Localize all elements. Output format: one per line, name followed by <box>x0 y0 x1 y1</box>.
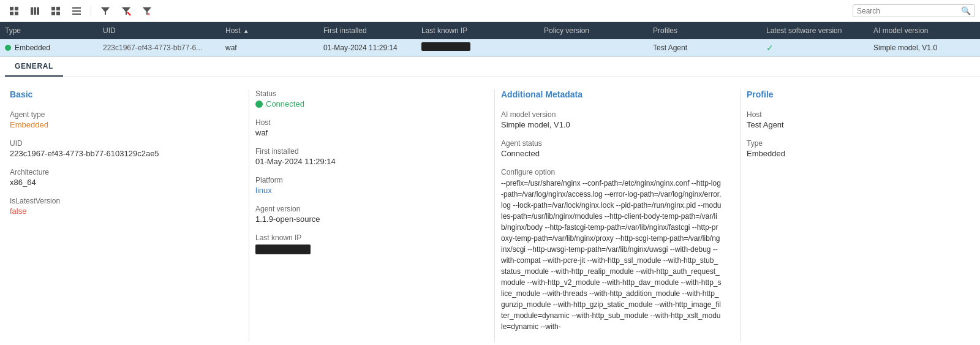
field-platform: Platform linux <box>255 176 476 195</box>
field-profile-host: Host Test Agent <box>747 110 894 129</box>
status-dot-green <box>5 45 11 51</box>
svg-rect-9 <box>51 12 55 15</box>
platform-label: Platform <box>255 176 476 184</box>
svg-rect-10 <box>56 12 60 15</box>
svg-rect-7 <box>51 7 55 10</box>
field-profile-type: Type Embedded <box>747 139 894 158</box>
col-header-first-installed[interactable]: First installed <box>318 26 417 35</box>
field-is-latest-version: IsLatestVersion false <box>10 197 230 216</box>
ai-model-value: Simple model, V1.0 <box>501 120 722 129</box>
svg-rect-11 <box>72 7 81 9</box>
cell-uid: 223c1967-ef43-4773-bb77-6... <box>98 44 221 52</box>
col-status: Status Connected Host waf First installe… <box>255 89 488 342</box>
col-header-last-known-ip[interactable]: Last known IP <box>417 26 539 35</box>
cell-type: Embedded <box>0 44 98 52</box>
field-ai-model: AI model version Simple model, V1.0 <box>501 110 722 129</box>
col-header-latest-software[interactable]: Latest software version <box>761 26 869 35</box>
svg-rect-12 <box>72 10 81 12</box>
profile-type-label: Type <box>747 139 894 148</box>
cell-ai-model: Simple model, V1.0 <box>869 44 967 52</box>
toolbar-actions: x <box>5 4 853 18</box>
last-known-ip-label: Last known IP <box>255 233 476 242</box>
svg-rect-6 <box>37 7 39 15</box>
cell-profiles: Test Agent <box>648 44 761 52</box>
field-configure-option: Configure option --prefix=/usr/share/ngi… <box>501 168 722 332</box>
col-header-profiles[interactable]: Profiles <box>648 26 761 35</box>
col-metadata: Additional Metadata AI model version Sim… <box>501 89 734 342</box>
tab-bar: GENERAL <box>0 57 980 77</box>
svg-rect-0 <box>10 7 13 10</box>
col-header-type[interactable]: Type <box>0 26 98 35</box>
cell-latest-software: ✓ <box>761 43 869 53</box>
ip-redacted-detail <box>255 245 311 254</box>
filter-clear-button[interactable] <box>117 4 135 18</box>
col-profile: Profile Host Test Agent Type Embedded <box>747 89 894 342</box>
col-header-uid[interactable]: UID <box>98 26 221 35</box>
uid-value: 223c1967-ef43-4773-bb77-6103129c2ae5 <box>10 149 230 158</box>
field-status: Status Connected <box>255 89 476 108</box>
is-latest-version-label: IsLatestVersion <box>10 197 230 205</box>
list-view-button[interactable] <box>67 4 86 18</box>
platform-value: linux <box>255 186 476 195</box>
grid-view-button[interactable] <box>47 4 65 18</box>
ai-model-label: AI model version <box>501 110 722 119</box>
cell-host: waf <box>221 44 318 52</box>
metadata-title: Additional Metadata <box>501 89 722 99</box>
cell-first-installed: 01-May-2024 11:29:14 <box>318 44 417 52</box>
agent-status-value: Connected <box>501 149 722 158</box>
col-basic: Basic Agent type Embedded UID 223c1967-e… <box>10 89 243 342</box>
field-agent-version: Agent version 1.1.9-open-source <box>255 205 476 224</box>
host-label: Host <box>255 118 476 127</box>
search-box: 🔍 <box>853 4 975 17</box>
svg-rect-13 <box>72 13 81 15</box>
svg-rect-4 <box>31 7 33 15</box>
agent-version-label: Agent version <box>255 205 476 213</box>
table-header: Type UID Host ▲ First installed Last kno… <box>0 22 980 39</box>
status-value: Connected <box>266 99 304 108</box>
svg-rect-5 <box>34 7 36 15</box>
add-button[interactable] <box>5 4 23 18</box>
col-header-host[interactable]: Host ▲ <box>221 26 318 35</box>
field-agent-status: Agent status Connected <box>501 139 722 158</box>
col-header-policy-version[interactable]: Policy version <box>539 26 648 35</box>
first-installed-value: 01-May-2024 11:29:14 <box>255 157 476 166</box>
search-input[interactable] <box>857 7 961 15</box>
profile-host-label: Host <box>747 110 894 119</box>
divider-1 <box>249 89 249 342</box>
field-host: Host waf <box>255 118 476 137</box>
agent-version-value: 1.1.9-open-source <box>255 214 476 224</box>
is-latest-version-value: false <box>10 207 230 216</box>
field-uid: UID 223c1967-ef43-4773-bb77-6103129c2ae5 <box>10 139 230 158</box>
profile-title: Profile <box>747 89 894 99</box>
agent-status-label: Agent status <box>501 139 722 148</box>
search-icon[interactable]: 🔍 <box>961 6 971 15</box>
filter-button[interactable] <box>96 4 115 18</box>
filter-x-button[interactable]: x <box>138 4 156 18</box>
svg-rect-2 <box>10 12 13 15</box>
col-header-ai-model[interactable]: AI model version <box>869 26 967 35</box>
profile-type-value: Embedded <box>747 149 894 158</box>
checkmark-icon: ✓ <box>766 43 774 53</box>
table-row[interactable]: Embedded 223c1967-ef43-4773-bb77-6... wa… <box>0 39 980 56</box>
cell-last-known-ip <box>417 42 539 53</box>
toolbar: x 🔍 <box>0 0 980 22</box>
architecture-value: x86_64 <box>10 178 230 187</box>
agent-type-label: Agent type <box>10 110 230 119</box>
field-first-installed: First installed 01-May-2024 11:29:14 <box>255 147 476 166</box>
uid-label: UID <box>10 139 230 148</box>
host-value: waf <box>255 128 476 137</box>
divider-2 <box>494 89 495 342</box>
detail-content: Basic Agent type Embedded UID 223c1967-e… <box>0 77 980 345</box>
architecture-label: Architecture <box>10 168 230 176</box>
basic-title: Basic <box>10 89 230 99</box>
detail-panel: GENERAL Basic Agent type Embedded UID 22… <box>0 56 980 345</box>
tab-general[interactable]: GENERAL <box>5 57 63 77</box>
profile-host-value: Test Agent <box>747 120 894 129</box>
ip-redacted-value <box>421 42 470 51</box>
first-installed-label: First installed <box>255 147 476 156</box>
svg-rect-1 <box>15 7 18 10</box>
configure-option-value: --prefix=/usr/share/nginx --conf-path=/e… <box>501 178 722 332</box>
configure-option-label: Configure option <box>501 168 722 176</box>
layout-columns-button[interactable] <box>26 4 44 18</box>
status-label: Status <box>255 89 476 98</box>
